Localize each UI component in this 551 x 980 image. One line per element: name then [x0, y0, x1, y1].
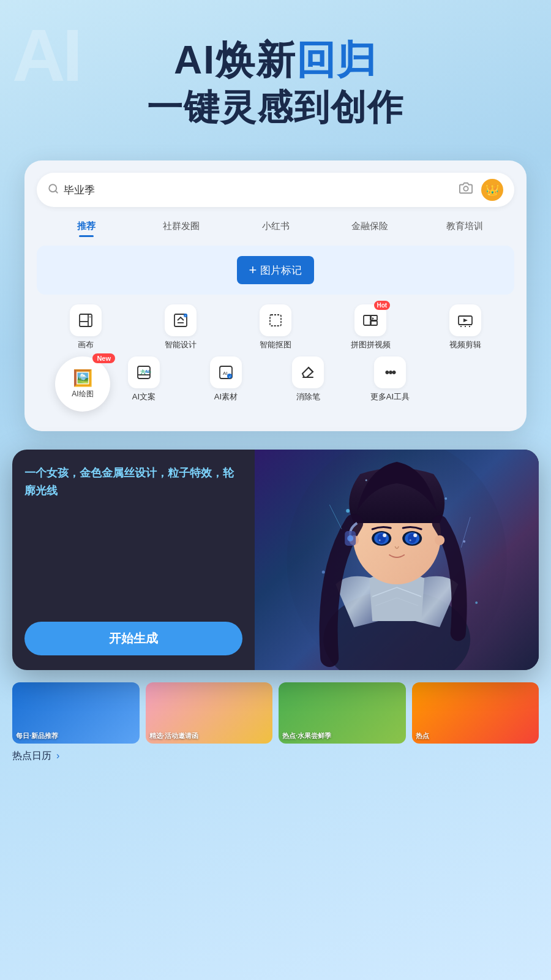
tool-eraser[interactable]: 消除笔: [268, 356, 348, 402]
hero-title-line1: AI焕新回归: [24, 37, 527, 84]
app-card: 毕业季 👑 推荐 社群发圈 小红书 金融保险 教育培训 + 图片标记: [24, 160, 527, 431]
ai-panel-left: 一个女孩，金色金属丝设计，粒子特效，轮廓光线 开始生成: [12, 450, 255, 670]
ai-copywriting-label: AI文案: [132, 392, 156, 402]
banner-area[interactable]: + 图片标记: [37, 246, 514, 295]
ai-prompt-text: 一个女孩，金色金属丝设计，粒子特效，轮廓光线: [24, 464, 242, 500]
smart-design-icon: +: [165, 304, 197, 336]
nav-tabs: 推荐 社群发圈 小红书 金融保险 教育培训: [37, 217, 514, 237]
svg-point-36: [435, 535, 444, 545]
smart-design-label: 智能设计: [165, 340, 197, 350]
tool-collage-video[interactable]: Hot 拼图拼视频: [324, 304, 417, 350]
generate-button[interactable]: 开始生成: [24, 622, 242, 655]
tools-grid: + 画布 + 智能设计: [37, 304, 514, 350]
tool-ai-material[interactable]: AI ✓ AI素材: [186, 356, 266, 402]
video-edit-icon: [449, 304, 481, 336]
tab-xiaohongshu[interactable]: 小红书: [228, 217, 323, 237]
tool-smart-design[interactable]: + 智能设计: [134, 304, 227, 350]
svg-text:✓: ✓: [228, 375, 231, 379]
camera-icon[interactable]: [459, 181, 473, 198]
thumb-daily-new[interactable]: 每日·新品推荐: [12, 682, 140, 744]
video-edit-label: 视频剪辑: [449, 340, 481, 350]
eraser-label: 消除笔: [296, 392, 320, 402]
thumb-selected-invite[interactable]: 精选·活动邀请函: [146, 682, 273, 744]
thumb-label-daily: 每日·新品推荐: [16, 731, 136, 740]
svg-line-30: [309, 368, 313, 372]
svg-marker-14: [372, 317, 374, 320]
hot-badge: Hot: [374, 301, 391, 310]
hero-title-line2: 一键灵感到创作: [24, 84, 527, 130]
tool-video-edit[interactable]: 视频剪辑: [419, 304, 512, 350]
thumb-hotpoint-fruit[interactable]: 热点·水果尝鲜季: [279, 682, 406, 744]
hot-calendar-bar[interactable]: 热点日历 ›: [0, 744, 551, 763]
ai-image: [255, 450, 539, 670]
collage-video-label: 拼图拼视频: [351, 340, 391, 350]
svg-point-47: [378, 539, 380, 541]
more-ai-label: 更多AI工具: [370, 392, 410, 402]
svg-text:AI: AI: [145, 369, 149, 374]
search-bar[interactable]: 毕业季 👑: [37, 173, 514, 207]
content-grid: 每日·新品推荐 精选·活动邀请函 热点·水果尝鲜季 热点: [0, 670, 551, 744]
bg-decor: AI: [12, 18, 80, 92]
svg-point-46: [413, 533, 417, 537]
svg-line-1: [55, 190, 57, 192]
hero-section: AI AI焕新回归 一键灵感到创作: [0, 0, 551, 148]
ai-draw-float[interactable]: 🖼️ AI绘图 New: [55, 356, 110, 412]
svg-point-54: [444, 497, 447, 500]
ai-material-label: AI素材: [214, 392, 238, 402]
svg-text:+: +: [184, 314, 186, 317]
svg-point-53: [365, 479, 367, 481]
tab-social[interactable]: 社群发圈: [133, 217, 228, 237]
tab-recommend[interactable]: 推荐: [39, 217, 133, 237]
ai-material-icon: AI ✓: [210, 356, 242, 388]
crown-icon: 👑: [485, 183, 499, 197]
svg-rect-10: [270, 315, 281, 326]
canvas-label: 画布: [78, 340, 94, 350]
hot-calendar-arrow: ›: [56, 750, 59, 761]
ai-copywriting-icon: 六一 AI: [128, 356, 160, 388]
plus-icon: +: [249, 262, 257, 278]
hot-calendar-label: 热点日历: [12, 750, 51, 763]
tab-education[interactable]: 教育培训: [418, 217, 512, 237]
more-ai-icon: •••: [374, 356, 406, 388]
add-image-mark-button[interactable]: + 图片标记: [237, 256, 315, 284]
new-badge: New: [92, 353, 115, 363]
smart-cutout-icon: [260, 304, 291, 336]
search-placeholder: 毕业季: [64, 183, 459, 197]
tool-canvas[interactable]: + 画布: [39, 304, 132, 350]
eraser-icon: [292, 356, 324, 388]
ai-draw-label: AI绘图: [72, 389, 93, 399]
collage-video-icon: Hot: [354, 304, 386, 336]
crown-badge[interactable]: 👑: [481, 179, 503, 201]
thumb-hotpoint[interactable]: 热点: [412, 682, 539, 744]
ai-panel-right: [255, 450, 539, 670]
tool-ai-copywriting[interactable]: 六一 AI AI文案: [104, 356, 184, 402]
svg-point-38: [347, 535, 353, 541]
tool-smart-cutout[interactable]: 智能抠图: [229, 304, 321, 350]
svg-point-45: [383, 533, 386, 537]
svg-point-51: [321, 570, 324, 573]
ai-panel: 一个女孩，金色金属丝设计，粒子特效，轮廓光线 开始生成: [12, 450, 539, 670]
svg-point-52: [475, 601, 478, 604]
ai-draw-icon: 🖼️: [73, 369, 92, 388]
svg-point-48: [409, 539, 411, 541]
svg-marker-16: [463, 318, 468, 322]
svg-text:+: +: [89, 315, 91, 319]
banner-btn-label: 图片标记: [260, 263, 302, 277]
canvas-icon: +: [70, 304, 102, 336]
tab-finance[interactable]: 金融保险: [323, 217, 417, 237]
svg-point-49: [346, 509, 350, 513]
thumb-label-fruit: 热点·水果尝鲜季: [282, 731, 402, 740]
smart-cutout-label: 智能抠图: [260, 340, 291, 350]
svg-point-2: [463, 186, 468, 190]
tool-more-ai[interactable]: ••• 更多AI工具: [350, 356, 430, 402]
thumb-label-hot: 热点: [416, 731, 536, 740]
thumb-label-invite: 精选·活动邀请函: [149, 731, 269, 740]
search-icon: [48, 183, 59, 197]
svg-text:AI: AI: [223, 371, 228, 376]
